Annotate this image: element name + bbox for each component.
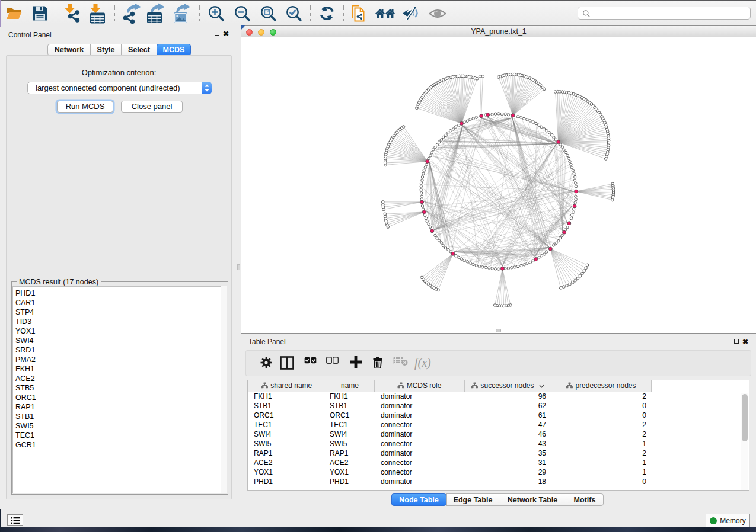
svg-text:f(x): f(x) xyxy=(414,356,431,370)
